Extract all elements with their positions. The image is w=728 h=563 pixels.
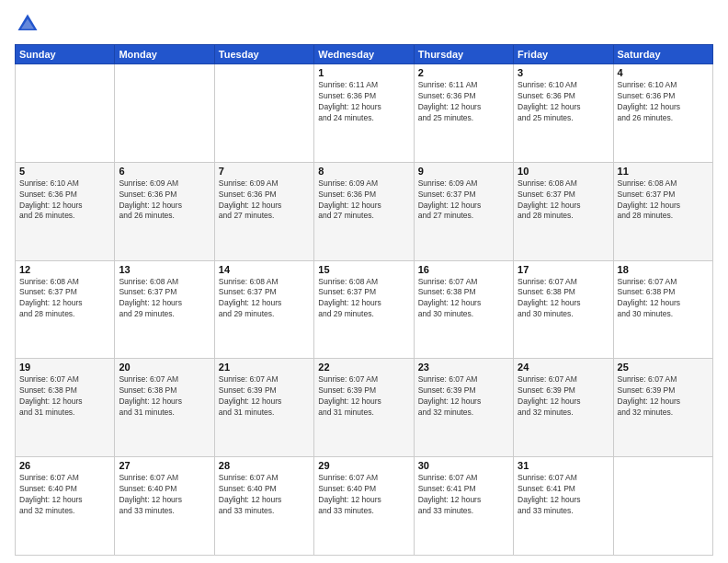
- header: [15, 11, 713, 37]
- logo: [15, 11, 44, 37]
- cell-info-text: Sunrise: 6:07 AM Sunset: 6:40 PM Dayligh…: [19, 473, 110, 517]
- calendar-cell: 22Sunrise: 6:07 AM Sunset: 6:39 PM Dayli…: [314, 359, 414, 457]
- weekday-header-thursday: Thursday: [414, 45, 513, 64]
- calendar-cell: 19Sunrise: 6:07 AM Sunset: 6:38 PM Dayli…: [16, 359, 115, 457]
- cell-day-number: 12: [19, 264, 110, 275]
- cell-day-number: 14: [219, 264, 310, 275]
- cell-info-text: Sunrise: 6:07 AM Sunset: 6:40 PM Dayligh…: [119, 473, 210, 517]
- cell-info-text: Sunrise: 6:10 AM Sunset: 6:36 PM Dayligh…: [19, 178, 110, 223]
- weekday-header-sunday: Sunday: [16, 45, 115, 64]
- cell-day-number: 19: [19, 362, 110, 373]
- weekday-header-tuesday: Tuesday: [214, 45, 313, 64]
- calendar-cell: 31Sunrise: 6:07 AM Sunset: 6:41 PM Dayli…: [514, 457, 613, 556]
- cell-day-number: 17: [518, 264, 609, 275]
- calendar-cell: 4Sunrise: 6:10 AM Sunset: 6:36 PM Daylig…: [613, 64, 712, 163]
- cell-day-number: 13: [119, 264, 210, 275]
- cell-info-text: Sunrise: 6:08 AM Sunset: 6:37 PM Dayligh…: [19, 277, 110, 321]
- cell-day-number: 23: [418, 362, 509, 373]
- weekday-header-saturday: Saturday: [613, 45, 712, 64]
- calendar-cell: [613, 457, 712, 556]
- cell-day-number: 18: [618, 264, 709, 275]
- calendar-cell: 5Sunrise: 6:10 AM Sunset: 6:36 PM Daylig…: [16, 162, 115, 260]
- calendar-cell: 2Sunrise: 6:11 AM Sunset: 6:36 PM Daylig…: [414, 64, 513, 163]
- week-row-2: 12Sunrise: 6:08 AM Sunset: 6:37 PM Dayli…: [16, 260, 713, 359]
- cell-day-number: 29: [318, 460, 409, 471]
- weekday-header-wednesday: Wednesday: [314, 45, 414, 64]
- calendar-cell: [115, 64, 214, 163]
- cell-day-number: 4: [618, 67, 709, 78]
- cell-day-number: 3: [518, 67, 609, 78]
- week-row-3: 19Sunrise: 6:07 AM Sunset: 6:38 PM Dayli…: [16, 359, 713, 457]
- cell-info-text: Sunrise: 6:10 AM Sunset: 6:36 PM Dayligh…: [518, 80, 609, 124]
- cell-info-text: Sunrise: 6:07 AM Sunset: 6:39 PM Dayligh…: [318, 374, 409, 419]
- calendar-cell: 29Sunrise: 6:07 AM Sunset: 6:40 PM Dayli…: [314, 457, 414, 556]
- cell-day-number: 1: [318, 67, 409, 78]
- calendar-cell: 16Sunrise: 6:07 AM Sunset: 6:38 PM Dayli…: [414, 260, 513, 359]
- cell-day-number: 16: [418, 264, 509, 275]
- cell-info-text: Sunrise: 6:08 AM Sunset: 6:37 PM Dayligh…: [119, 277, 210, 321]
- cell-day-number: 20: [119, 362, 210, 373]
- cell-day-number: 26: [19, 460, 110, 471]
- cell-info-text: Sunrise: 6:08 AM Sunset: 6:37 PM Dayligh…: [318, 277, 409, 321]
- cell-info-text: Sunrise: 6:09 AM Sunset: 6:36 PM Dayligh…: [219, 178, 310, 223]
- cell-info-text: Sunrise: 6:07 AM Sunset: 6:41 PM Dayligh…: [418, 473, 509, 517]
- cell-info-text: Sunrise: 6:07 AM Sunset: 6:41 PM Dayligh…: [518, 473, 609, 517]
- cell-day-number: 25: [618, 362, 709, 373]
- cell-info-text: Sunrise: 6:10 AM Sunset: 6:36 PM Dayligh…: [618, 80, 709, 124]
- calendar-cell: 6Sunrise: 6:09 AM Sunset: 6:36 PM Daylig…: [115, 162, 214, 260]
- cell-day-number: 30: [418, 460, 509, 471]
- week-row-1: 5Sunrise: 6:10 AM Sunset: 6:36 PM Daylig…: [16, 162, 713, 260]
- cell-day-number: 27: [119, 460, 210, 471]
- weekday-header-monday: Monday: [115, 45, 214, 64]
- calendar-cell: 25Sunrise: 6:07 AM Sunset: 6:39 PM Dayli…: [613, 359, 712, 457]
- cell-day-number: 24: [518, 362, 609, 373]
- calendar-cell: 20Sunrise: 6:07 AM Sunset: 6:38 PM Dayli…: [115, 359, 214, 457]
- cell-day-number: 11: [618, 166, 709, 177]
- calendar-cell: 3Sunrise: 6:10 AM Sunset: 6:36 PM Daylig…: [514, 64, 613, 163]
- calendar-cell: 12Sunrise: 6:08 AM Sunset: 6:37 PM Dayli…: [16, 260, 115, 359]
- calendar-table: SundayMondayTuesdayWednesdayThursdayFrid…: [15, 44, 713, 556]
- calendar-cell: 7Sunrise: 6:09 AM Sunset: 6:36 PM Daylig…: [214, 162, 313, 260]
- cell-day-number: 21: [219, 362, 310, 373]
- calendar-cell: 23Sunrise: 6:07 AM Sunset: 6:39 PM Dayli…: [414, 359, 513, 457]
- cell-info-text: Sunrise: 6:07 AM Sunset: 6:38 PM Dayligh…: [418, 277, 509, 321]
- cell-info-text: Sunrise: 6:09 AM Sunset: 6:36 PM Dayligh…: [318, 178, 409, 223]
- cell-info-text: Sunrise: 6:09 AM Sunset: 6:37 PM Dayligh…: [418, 178, 509, 223]
- calendar-cell: 30Sunrise: 6:07 AM Sunset: 6:41 PM Dayli…: [414, 457, 513, 556]
- weekday-header-friday: Friday: [514, 45, 613, 64]
- week-row-4: 26Sunrise: 6:07 AM Sunset: 6:40 PM Dayli…: [16, 457, 713, 556]
- calendar-cell: 17Sunrise: 6:07 AM Sunset: 6:38 PM Dayli…: [514, 260, 613, 359]
- cell-info-text: Sunrise: 6:07 AM Sunset: 6:39 PM Dayligh…: [618, 374, 709, 419]
- cell-info-text: Sunrise: 6:07 AM Sunset: 6:40 PM Dayligh…: [219, 473, 310, 517]
- week-row-0: 1Sunrise: 6:11 AM Sunset: 6:36 PM Daylig…: [16, 64, 713, 163]
- calendar-cell: 14Sunrise: 6:08 AM Sunset: 6:37 PM Dayli…: [214, 260, 313, 359]
- cell-info-text: Sunrise: 6:07 AM Sunset: 6:38 PM Dayligh…: [518, 277, 609, 321]
- cell-info-text: Sunrise: 6:07 AM Sunset: 6:39 PM Dayligh…: [518, 374, 609, 419]
- cell-day-number: 10: [518, 166, 609, 177]
- calendar-cell: 10Sunrise: 6:08 AM Sunset: 6:37 PM Dayli…: [514, 162, 613, 260]
- cell-day-number: 31: [518, 460, 609, 471]
- cell-info-text: Sunrise: 6:08 AM Sunset: 6:37 PM Dayligh…: [219, 277, 310, 321]
- calendar-cell: 21Sunrise: 6:07 AM Sunset: 6:39 PM Dayli…: [214, 359, 313, 457]
- cell-info-text: Sunrise: 6:08 AM Sunset: 6:37 PM Dayligh…: [618, 178, 709, 223]
- calendar-cell: 8Sunrise: 6:09 AM Sunset: 6:36 PM Daylig…: [314, 162, 414, 260]
- cell-day-number: 5: [19, 166, 110, 177]
- calendar-cell: 24Sunrise: 6:07 AM Sunset: 6:39 PM Dayli…: [514, 359, 613, 457]
- cell-info-text: Sunrise: 6:07 AM Sunset: 6:40 PM Dayligh…: [318, 473, 409, 517]
- page: SundayMondayTuesdayWednesdayThursdayFrid…: [0, 0, 728, 563]
- calendar-cell: 26Sunrise: 6:07 AM Sunset: 6:40 PM Dayli…: [16, 457, 115, 556]
- cell-info-text: Sunrise: 6:07 AM Sunset: 6:38 PM Dayligh…: [119, 374, 210, 419]
- cell-info-text: Sunrise: 6:08 AM Sunset: 6:37 PM Dayligh…: [518, 178, 609, 223]
- calendar-cell: 18Sunrise: 6:07 AM Sunset: 6:38 PM Dayli…: [613, 260, 712, 359]
- calendar-cell: 1Sunrise: 6:11 AM Sunset: 6:36 PM Daylig…: [314, 64, 414, 163]
- calendar-cell: 27Sunrise: 6:07 AM Sunset: 6:40 PM Dayli…: [115, 457, 214, 556]
- calendar-cell: 13Sunrise: 6:08 AM Sunset: 6:37 PM Dayli…: [115, 260, 214, 359]
- cell-info-text: Sunrise: 6:09 AM Sunset: 6:36 PM Dayligh…: [119, 178, 210, 223]
- calendar-cell: [214, 64, 313, 163]
- cell-day-number: 22: [318, 362, 409, 373]
- cell-day-number: 28: [219, 460, 310, 471]
- cell-info-text: Sunrise: 6:11 AM Sunset: 6:36 PM Dayligh…: [318, 80, 409, 124]
- cell-info-text: Sunrise: 6:07 AM Sunset: 6:38 PM Dayligh…: [618, 277, 709, 321]
- calendar-cell: 9Sunrise: 6:09 AM Sunset: 6:37 PM Daylig…: [414, 162, 513, 260]
- cell-day-number: 6: [119, 166, 210, 177]
